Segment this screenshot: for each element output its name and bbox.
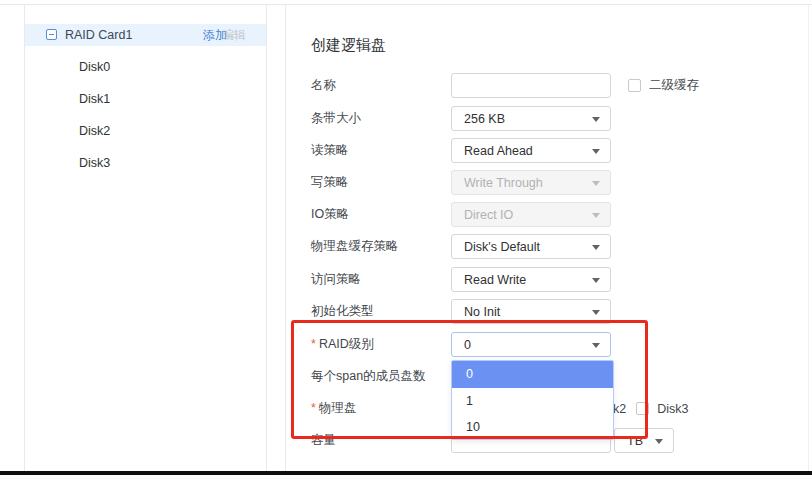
sidebar-item-disk3[interactable]: Disk3	[79, 153, 199, 173]
name-label: 名称	[311, 73, 451, 98]
secondary-cache-checkbox[interactable]	[628, 79, 641, 92]
row-pd-cache-policy: 物理盘缓存策略 Disk's Default	[311, 234, 611, 259]
write-policy-select-disabled: Write Through	[451, 170, 611, 195]
raid-level-label: *RAID级别	[311, 332, 451, 357]
stripe-size-label: 条带大小	[311, 106, 451, 131]
dropdown-option-1[interactable]: 1	[452, 388, 613, 415]
chevron-down-icon	[592, 245, 600, 250]
row-io-policy: IO策略 Direct IO	[311, 202, 611, 227]
access-policy-select[interactable]: Read Write	[451, 267, 611, 292]
capacity-unit-value: TB	[627, 434, 643, 448]
pd-cache-policy-value: Disk's Default	[464, 240, 540, 254]
chevron-down-icon	[592, 181, 600, 186]
raid-card-label: RAID Card1	[65, 24, 132, 46]
row-name: 名称 二级缓存	[311, 73, 699, 98]
chevron-down-icon	[592, 117, 600, 122]
pd-cache-policy-select[interactable]: Disk's Default	[451, 234, 611, 259]
row-stripe-size: 条带大小 256 KB	[311, 106, 611, 131]
chevron-down-icon	[592, 343, 600, 348]
write-policy-label: 写策略	[311, 170, 451, 195]
row-physical-disks: *物理盘	[311, 396, 451, 421]
row-write-policy: 写策略 Write Through	[311, 170, 611, 195]
disk3-checkbox[interactable]	[636, 402, 649, 415]
chevron-down-icon	[592, 149, 600, 154]
stripe-size-value: 256 KB	[464, 112, 505, 126]
raid-config-window: RAID Card1 添加 编辑 Disk0 Disk1 Disk2 Disk3…	[0, 0, 812, 479]
required-asterisk: *	[311, 401, 316, 415]
read-policy-label: 读策略	[311, 138, 451, 163]
create-logical-disk-panel: 创建逻辑盘 名称 二级缓存 条带大小 256 KB 读策略 Read Ahead	[285, 5, 809, 471]
io-policy-value: Direct IO	[464, 208, 513, 222]
chevron-down-icon	[592, 213, 600, 218]
row-raid-level: *RAID级别 0	[311, 332, 611, 357]
chevron-down-icon	[592, 278, 600, 283]
row-span-members: 每个span的成员盘数	[311, 364, 451, 389]
io-policy-select-disabled: Direct IO	[451, 202, 611, 227]
tree-node-raid-card[interactable]: RAID Card1 添加 编辑	[25, 24, 266, 46]
raid-level-select[interactable]: 0	[451, 332, 611, 357]
init-type-label: 初始化类型	[311, 299, 451, 324]
pd-cache-policy-label: 物理盘缓存策略	[311, 234, 451, 259]
raid-level-dropdown-menu: 0 1 10	[451, 360, 614, 440]
write-policy-value: Write Through	[464, 176, 543, 190]
row-read-policy: 读策略 Read Ahead	[311, 138, 611, 163]
disk3-label: Disk3	[657, 402, 688, 416]
span-members-label: 每个span的成员盘数	[311, 364, 451, 389]
row-access-policy: 访问策略 Read Write	[311, 267, 611, 292]
stripe-size-select[interactable]: 256 KB	[451, 106, 611, 131]
init-type-select[interactable]: No Init	[451, 299, 611, 324]
access-policy-value: Read Write	[464, 273, 526, 287]
physical-disk-options-fragment: k2 Disk3	[613, 396, 688, 421]
physical-disks-label: *物理盘	[311, 396, 451, 421]
capacity-label: 容量	[311, 428, 451, 453]
sidebar-item-disk2[interactable]: Disk2	[79, 121, 199, 141]
window-bottom-edge	[0, 471, 812, 475]
name-input[interactable]	[451, 73, 611, 98]
access-policy-label: 访问策略	[311, 267, 451, 292]
chevron-down-icon	[592, 310, 600, 315]
edit-link[interactable]: 编辑	[222, 24, 246, 46]
row-init-type: 初始化类型 No Init	[311, 299, 611, 324]
read-policy-select[interactable]: Read Ahead	[451, 138, 611, 163]
disk2-label-partial: k2	[613, 402, 626, 416]
raid-level-value: 0	[464, 338, 471, 352]
io-policy-label: IO策略	[311, 202, 451, 227]
init-type-value: No Init	[464, 305, 500, 319]
read-policy-value: Read Ahead	[464, 144, 533, 158]
dropdown-option-0[interactable]: 0	[452, 361, 613, 388]
chevron-down-icon	[655, 439, 663, 444]
secondary-cache-label: 二级缓存	[649, 77, 699, 94]
sidebar-item-disk0[interactable]: Disk0	[79, 57, 199, 77]
collapse-minus-icon[interactable]	[46, 29, 57, 40]
page-title: 创建逻辑盘	[311, 36, 386, 55]
capacity-unit-select[interactable]: TB	[614, 428, 674, 453]
sidebar-item-disk1[interactable]: Disk1	[79, 89, 199, 109]
dropdown-option-10[interactable]: 10	[452, 414, 613, 440]
raid-tree-sidebar: RAID Card1 添加 编辑 Disk0 Disk1 Disk2 Disk3	[24, 5, 267, 471]
required-asterisk: *	[311, 337, 316, 351]
